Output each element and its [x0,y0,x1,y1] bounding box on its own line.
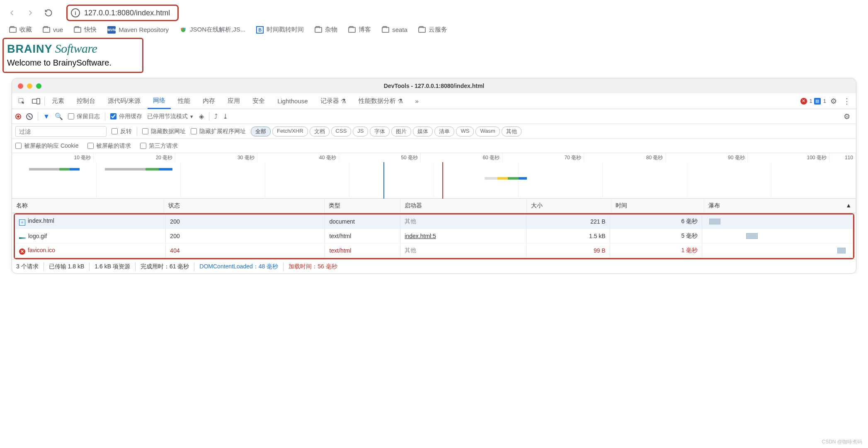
clear-button[interactable] [26,113,33,120]
status-cell: 200 [166,214,325,229]
tab-memory[interactable]: 内存 [197,93,221,109]
site-info-icon[interactable]: i [71,8,80,17]
error-icon: ✕ [800,98,807,105]
device-toolbar-icon[interactable] [29,93,43,109]
network-settings-icon[interactable]: ⚙ [841,112,853,121]
type-pill[interactable]: Fetch/XHR [272,127,308,136]
tab-performance-insights[interactable]: 性能数据分析⚗ [353,93,408,109]
filter-input[interactable] [15,126,107,137]
type-pill[interactable]: Wasm [475,127,499,136]
bookmark-item[interactable]: 博客 [348,26,371,34]
blocked-requests-checkbox[interactable]: 被屏蔽的请求 [87,142,131,150]
address-bar[interactable]: i 127.0.0.1:8080/index.html [66,5,179,21]
devtools-title: DevTools - 127.0.0.1:8080/index.html [12,83,856,89]
browser-toolbar: i 127.0.0.1:8080/index.html [0,0,868,23]
bookmark-item[interactable]: JSON在线解析,JS... [179,26,245,34]
tab-sources[interactable]: 源代码/来源 [102,93,146,109]
type-pill[interactable]: JS [353,127,368,136]
bookmark-item[interactable]: 杂物 [315,26,337,34]
tab-application[interactable]: 应用 [222,93,245,109]
preserve-log-checkbox[interactable]: 保留日志 [68,113,100,120]
welcome-text: Welcome to BrainySoftware. [7,58,139,68]
status-cell: 404 [166,243,325,258]
timestamp-icon: B [256,26,264,34]
type-pill[interactable]: 字体 [370,127,390,136]
tab-recorder[interactable]: 记录器⚗ [315,93,352,109]
network-timeline[interactable]: 10 毫秒 20 毫秒 30 毫秒 40 毫秒 50 毫秒 60 毫秒 70 毫… [12,153,856,199]
devtools-window: DevTools - 127.0.0.1:8080/index.html 元素 … [12,78,856,274]
col-initiator[interactable]: 启动器 [400,199,526,213]
col-time[interactable]: 时间 [611,199,704,213]
folder-icon [74,27,81,33]
request-count: 3 个请求 [16,263,39,270]
bookmark-item[interactable]: 快快 [74,26,97,34]
tab-console[interactable]: 控制台 [71,93,101,109]
load-time: 加载时间：56 毫秒 [289,263,337,270]
tab-lighthouse[interactable]: Lighthouse [272,93,313,109]
initiator-cell[interactable]: 其他 [405,247,416,253]
error-indicator[interactable]: ✕1 [800,98,812,105]
record-button[interactable] [15,114,21,119]
message-indicator[interactable]: ▤1 [814,98,826,105]
more-tabs-button[interactable]: » [410,93,424,109]
folder-icon [43,27,50,33]
svg-point-2 [184,28,186,30]
export-har-icon[interactable]: ⤴ [214,113,218,120]
third-party-checkbox[interactable]: 第三方请求 [140,142,178,150]
tab-performance[interactable]: 性能 [172,93,196,109]
hide-data-urls-checkbox[interactable]: 隐藏数据网址 [142,128,186,135]
type-pill[interactable]: CSS [331,127,352,136]
timeline-labels: 10 毫秒 20 毫秒 30 毫秒 40 毫秒 50 毫秒 60 毫秒 70 毫… [12,153,856,162]
table-row[interactable]: ≡index.html200document其他221 B6 毫秒 [15,214,853,229]
image-icon [19,237,26,239]
table-header-row: 名称 状态 类型 启动器 大小 时间 瀑布▲ [12,199,856,213]
bookmark-item[interactable]: 收藏 [9,26,32,34]
waterfall-cell [706,246,849,255]
svg-point-1 [181,28,183,30]
bookmark-item[interactable]: 云服务 [418,26,447,34]
type-pill[interactable]: 其他 [502,127,521,136]
throttling-select[interactable]: 已停用节流模式 ▼ [147,113,194,120]
dcl-marker [383,162,384,199]
table-row[interactable]: logo.gif200text/htmlindex.html:51.5 kB5 … [15,229,853,243]
col-name[interactable]: 名称 [12,199,164,213]
type-pill[interactable]: 文档 [310,127,330,136]
filter-toggle-icon[interactable]: ▼ [43,113,50,120]
kebab-menu-icon[interactable]: ⋮ [841,97,853,106]
disable-cache-checkbox[interactable]: 停用缓存 [110,113,142,120]
table-row[interactable]: ✕favicon.ico404text/html其他99 B1 毫秒 [15,243,853,258]
search-icon[interactable]: 🔍 [55,112,63,120]
type-pill[interactable]: 图片 [391,127,411,136]
type-pill[interactable]: 媒体 [413,127,433,136]
bookmark-item[interactable]: vue [43,26,63,33]
import-har-icon[interactable]: ⤓ [223,112,228,120]
back-button[interactable] [7,8,17,17]
invert-checkbox[interactable]: 反转 [112,128,132,135]
col-waterfall[interactable]: 瀑布▲ [704,199,856,213]
type-pill-all[interactable]: 全部 [251,127,271,136]
col-size[interactable]: 大小 [527,199,611,213]
type-pill[interactable]: 清单 [434,127,454,136]
col-type[interactable]: 类型 [324,199,400,213]
forward-button[interactable] [26,8,35,17]
tab-network[interactable]: 网络 [148,94,171,109]
initiator-cell[interactable]: 其他 [405,218,416,224]
initiator-cell[interactable]: index.html:5 [405,233,436,239]
bookmark-item[interactable]: MVNMaven Repository [107,26,169,34]
hide-extension-urls-checkbox[interactable]: 隐藏扩展程序网址 [191,128,246,135]
url-text: 127.0.0.1:8080/index.html [84,9,170,17]
tab-elements[interactable]: 元素 [46,93,70,109]
blocked-cookies-checkbox[interactable]: 被屏蔽的响应 Cookie [15,142,78,150]
bookmark-item[interactable]: seata [382,26,407,33]
type-cell: text/html [325,243,400,258]
network-status-bar: 3 个请求 已传输 1.8 kB 1.6 kB 项资源 完成用时：61 毫秒 D… [12,259,856,273]
type-cell: document [325,214,400,229]
reload-button[interactable] [44,8,53,17]
col-status[interactable]: 状态 [164,199,324,213]
tab-security[interactable]: 安全 [247,93,270,109]
inspect-element-icon[interactable] [15,93,28,109]
network-conditions-icon[interactable]: ◈ [199,112,204,120]
settings-icon[interactable]: ⚙ [828,97,839,106]
bookmark-item[interactable]: B时间戳转时间 [256,26,304,34]
type-pill[interactable]: WS [456,127,474,136]
